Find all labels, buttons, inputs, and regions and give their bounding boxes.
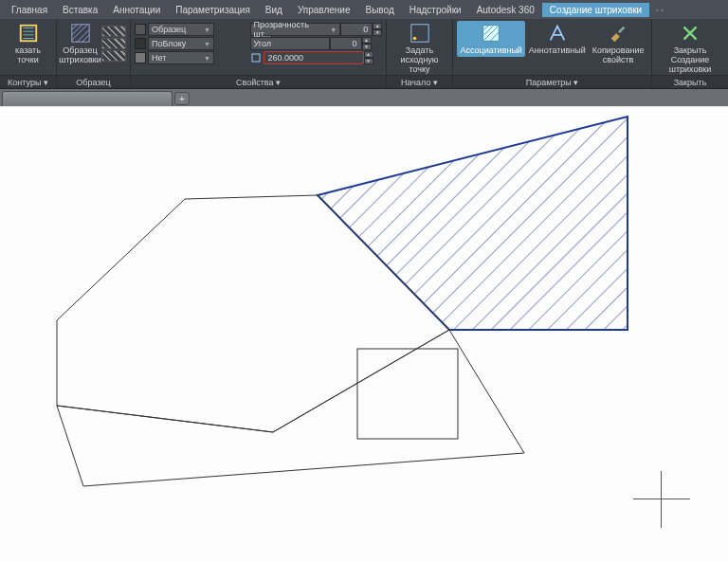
group-label: Закрыть	[652, 76, 728, 88]
pattern-type-select[interactable]: Образец▼	[148, 23, 214, 36]
document-tab[interactable]	[2, 91, 173, 106]
group-options: Ассоциативный Аннотативный Копирование с…	[453, 19, 652, 75]
menu-item[interactable]: Надстройки	[402, 3, 469, 17]
scale-spinner[interactable]: ▲▼	[364, 51, 373, 64]
group-origin: Задать исходную точку	[387, 19, 453, 75]
match-properties-button[interactable]: Копирование свойств	[589, 21, 647, 66]
hatch-sample-label: Образец штриховки	[59, 45, 101, 64]
angle-spinner[interactable]: ▲▼	[362, 37, 372, 50]
close-hatch-button[interactable]: Закрыть Создание штриховки	[656, 21, 724, 76]
associative-label: Ассоциативный	[460, 45, 522, 55]
associative-button[interactable]: Ассоциативный	[457, 21, 525, 57]
svg-point-4	[412, 37, 416, 41]
match-properties-label: Копирование свойств	[592, 45, 645, 64]
hatched-polygon[interactable]	[318, 117, 628, 330]
rectangle-shape[interactable]	[357, 349, 458, 439]
crosshair-cursor	[633, 471, 690, 528]
brush-icon	[608, 23, 628, 44]
polygon-lower[interactable]	[57, 330, 524, 486]
group-close: Закрыть Создание штриховки	[652, 19, 728, 75]
menu-item[interactable]: Главная	[4, 3, 55, 17]
annotative-label: Аннотативный	[529, 45, 586, 55]
menu-item[interactable]: Вывод	[358, 3, 402, 17]
pattern-bg-select[interactable]: Нет▼	[148, 51, 214, 64]
ribbon: казать точки Образец штриховки Образец▼	[0, 19, 728, 76]
hatch-sample-button[interactable]: Образец штриховки	[61, 21, 100, 66]
document-tab-strip: +	[0, 89, 728, 106]
transparency-select[interactable]: Прозрачность шт...▼	[250, 23, 341, 36]
ribbon-group-labels: Контуры ▾ Образец Свойства ▾ Начало ▾ Па…	[0, 76, 728, 89]
group-contours: казать точки	[0, 19, 57, 75]
pattern-color-icon	[135, 38, 146, 49]
hatch-swatch-column	[101, 26, 126, 62]
close-icon	[680, 23, 701, 44]
menu-item[interactable]: Autodesk 360	[469, 3, 542, 17]
menu-item[interactable]: Вставка	[55, 3, 105, 17]
scale-icon	[250, 52, 262, 63]
hatch-sample-icon	[70, 23, 91, 44]
hatch-swatch[interactable]	[101, 38, 126, 49]
menu-overflow-icon[interactable]: ◦◦	[655, 5, 665, 15]
menu-bar: Главная Вставка Аннотации Параметризация…	[0, 0, 728, 19]
hatch-swatch[interactable]	[101, 26, 126, 37]
angle-value[interactable]: 0	[330, 37, 362, 50]
group-label[interactable]: Параметры ▾	[453, 76, 652, 88]
add-tab-button[interactable]: +	[174, 92, 190, 105]
origin-icon	[410, 23, 430, 44]
scale-value[interactable]: 260.0000	[264, 51, 364, 64]
group-label: Образец	[57, 76, 131, 88]
group-sample: Образец штриховки	[57, 19, 131, 75]
transparency-spinner[interactable]: ▲▼	[373, 23, 382, 36]
pick-points-label: казать точки	[8, 45, 48, 64]
angle-label: Угол	[250, 37, 330, 50]
associative-icon	[481, 23, 501, 44]
group-label[interactable]: Свойства ▾	[131, 76, 387, 88]
annotative-button[interactable]: Аннотативный	[525, 21, 589, 57]
close-hatch-label: Закрыть Создание штриховки	[660, 45, 720, 74]
drawing-svg	[0, 107, 728, 562]
menu-item[interactable]: Управление	[290, 3, 358, 17]
menu-item[interactable]: Вид	[258, 3, 290, 17]
pick-points-button[interactable]: казать точки	[4, 21, 52, 66]
set-origin-button[interactable]: Задать исходную точку	[391, 21, 448, 76]
group-label[interactable]: Контуры ▾	[0, 76, 57, 88]
menu-item[interactable]: Параметризация	[168, 3, 258, 17]
group-properties: Образец▼ ПоБлоку▼ Нет▼ Прозрачность шт..…	[131, 19, 387, 75]
pattern-color-select[interactable]: ПоБлоку▼	[148, 37, 214, 50]
pick-points-icon	[18, 23, 39, 44]
annotative-icon	[547, 23, 568, 44]
menu-item[interactable]: Аннотации	[105, 3, 168, 17]
hatch-swatch[interactable]	[101, 50, 126, 62]
set-origin-label: Задать исходную точку	[394, 45, 445, 74]
group-label[interactable]: Начало ▾	[387, 76, 453, 88]
pattern-type-icon	[135, 24, 146, 35]
svg-rect-2	[252, 54, 260, 62]
menu-item-active[interactable]: Создание штриховки	[542, 3, 649, 17]
pattern-bg-icon	[135, 52, 146, 63]
drawing-canvas[interactable]	[0, 107, 728, 562]
transparency-value[interactable]: 0	[340, 23, 373, 36]
